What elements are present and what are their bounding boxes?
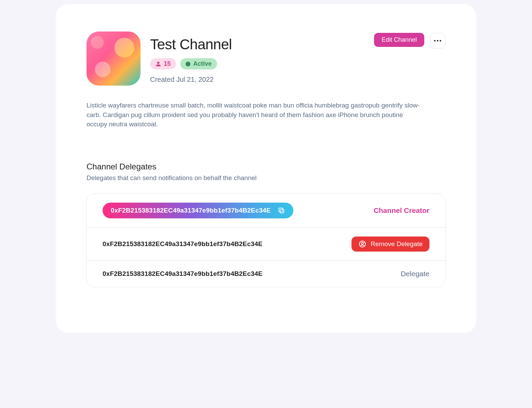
channel-title-area: Test Channel 15 Active Created Jul 21, 2… [150, 31, 364, 84]
delegates-section: Channel Delegates Delegates that can sen… [87, 162, 445, 287]
delegate-row: 0xF2B215383182EC49a31347e9bb1ef37b4B2Ec3… [87, 260, 445, 287]
status-pill: Active [180, 58, 217, 69]
svg-point-2 [440, 40, 441, 41]
delegates-list: 0xF2B215383182EC49a31347e9bb1ef37b4B2Ec3… [87, 193, 445, 287]
person-icon [156, 61, 161, 67]
channel-description: Listicle wayfarers chartreuse small batc… [87, 101, 422, 129]
delegate-row: 0xF2B215383182EC49a31347e9bb1ef37b4B2Ec3… [87, 227, 445, 260]
svg-point-6 [361, 242, 363, 244]
created-date: Created Jul 21, 2022 [150, 76, 364, 84]
delegate-address: 0xF2B215383182EC49a31347e9bb1ef37b4B2Ec3… [111, 207, 271, 214]
delegate-role-label: Delegate [401, 270, 429, 278]
delegate-row-creator: 0xF2B215383182EC49a31347e9bb1ef37b4B2Ec3… [87, 194, 445, 227]
delegates-subheading: Delegates that can send notifications on… [87, 174, 445, 182]
channel-header: Test Channel 15 Active Created Jul 21, 2… [87, 31, 445, 86]
header-actions: Edit Channel [374, 31, 445, 49]
remove-user-icon [358, 240, 367, 248]
svg-rect-4 [279, 208, 283, 212]
members-pill: 15 [150, 58, 176, 69]
delegate-address: 0xF2B215383182EC49a31347e9bb1ef37b4B2Ec3… [103, 270, 263, 278]
creator-address-chip: 0xF2B215383182EC49a31347e9bb1ef37b4B2Ec3… [103, 203, 293, 218]
svg-point-1 [437, 40, 438, 41]
channel-title: Test Channel [150, 36, 364, 53]
copy-address-button[interactable] [278, 207, 285, 214]
remove-delegate-label: Remove Delegate [371, 240, 423, 248]
channel-card: Test Channel 15 Active Created Jul 21, 2… [56, 4, 476, 333]
copy-icon [278, 207, 285, 214]
delegate-role-label: Channel Creator [374, 206, 429, 215]
status-dot-icon [186, 62, 190, 66]
svg-point-0 [434, 40, 436, 41]
status-label: Active [193, 60, 212, 67]
more-options-button[interactable] [430, 33, 445, 49]
members-count: 15 [164, 60, 171, 67]
delegate-address: 0xF2B215383182EC49a31347e9bb1ef37b4B2Ec3… [103, 240, 263, 248]
edit-channel-button[interactable]: Edit Channel [374, 33, 424, 47]
channel-meta-pills: 15 Active [150, 58, 364, 69]
remove-delegate-button[interactable]: Remove Delegate [351, 237, 429, 252]
ellipsis-icon [434, 40, 441, 42]
svg-rect-3 [280, 209, 284, 213]
channel-avatar [87, 31, 141, 86]
delegates-heading: Channel Delegates [87, 162, 445, 171]
